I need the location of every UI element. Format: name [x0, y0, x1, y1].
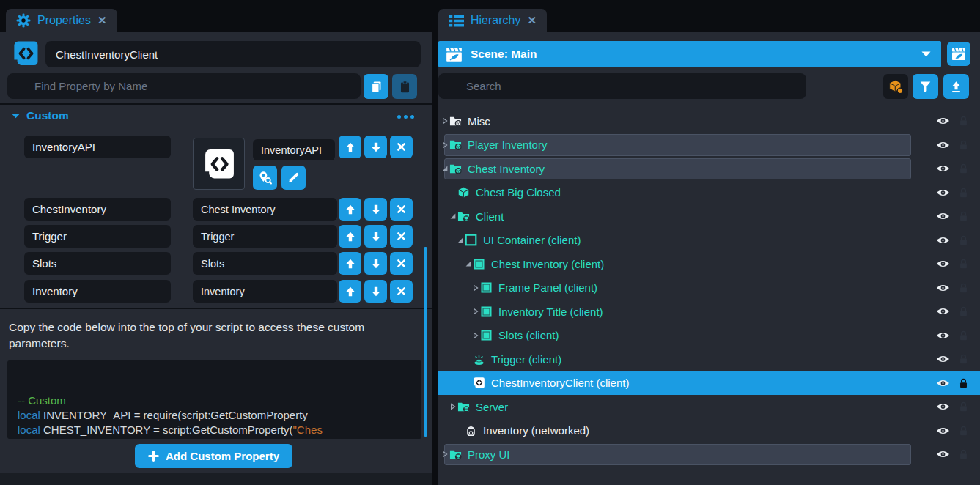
lock-icon[interactable]: [959, 187, 968, 198]
lock-icon[interactable]: [959, 354, 968, 365]
expand-arrow-icon[interactable]: [441, 141, 449, 149]
caret-down-icon[interactable]: [12, 114, 20, 119]
eye-icon[interactable]: [936, 188, 950, 197]
tree-row-chest-big-closed[interactable]: Chest Big Closed: [438, 181, 980, 205]
move-down-button[interactable]: [364, 280, 387, 303]
tree-row-chest-inventory-client[interactable]: Chest Inventory (client): [438, 252, 980, 276]
eye-icon[interactable]: [936, 378, 950, 388]
property-value-field[interactable]: Inventory: [193, 280, 337, 303]
collapse-arrow-icon[interactable]: [449, 212, 457, 220]
lock-icon[interactable]: [959, 163, 968, 174]
mesh-toggle-button[interactable]: [883, 74, 908, 99]
add-custom-property-button[interactable]: Add Custom Property: [135, 444, 292, 468]
tree-row-chestinventoryclient[interactable]: ChestInventoryClient (client): [438, 371, 980, 396]
lock-icon[interactable]: [959, 282, 968, 293]
delete-property-button[interactable]: [390, 252, 413, 275]
expand-arrow-icon[interactable]: [472, 308, 479, 315]
property-value-field[interactable]: Chest Inventory: [193, 198, 337, 221]
eye-icon[interactable]: [936, 402, 950, 412]
tree-row-misc[interactable]: Misc: [438, 109, 980, 133]
eye-icon[interactable]: [936, 426, 950, 435]
lock-icon[interactable]: [959, 139, 968, 150]
move-down-button[interactable]: [364, 252, 387, 275]
delete-property-button[interactable]: [390, 198, 413, 221]
scrollbar[interactable]: [424, 247, 427, 437]
tree-row-frame-panel[interactable]: Frame Panel (client): [438, 276, 980, 300]
eye-icon[interactable]: [936, 355, 950, 364]
find-in-scene-button[interactable]: [253, 166, 277, 190]
property-value-field[interactable]: InventoryAPI: [253, 139, 335, 160]
eye-icon[interactable]: [936, 307, 950, 316]
tree-row-ui-container[interactable]: UI Container (client): [438, 229, 980, 253]
hierarchy-search-input[interactable]: [438, 73, 806, 99]
eye-icon[interactable]: [936, 330, 950, 340]
tree-row-inventory-title[interactable]: Inventory Title (client): [438, 300, 980, 324]
move-down-button[interactable]: [364, 225, 387, 248]
eye-icon[interactable]: [936, 116, 950, 126]
lock-icon[interactable]: [959, 211, 968, 222]
expand-arrow-icon[interactable]: [472, 284, 479, 292]
tree-row-client[interactable]: Client: [438, 204, 980, 229]
tree-row-server[interactable]: Server: [438, 395, 980, 419]
property-name-field[interactable]: ChestInventory: [24, 198, 171, 221]
tree-row-trigger[interactable]: Trigger (client): [438, 347, 980, 371]
expand-arrow-icon[interactable]: [441, 451, 449, 458]
new-scene-button[interactable]: [947, 42, 970, 66]
property-name-field[interactable]: InventoryAPI: [24, 136, 171, 158]
tree-row-player-inventory[interactable]: Player Inventory: [438, 133, 980, 158]
tab-hierarchy[interactable]: Hierarchy ✕: [438, 9, 547, 32]
move-up-button[interactable]: [339, 252, 361, 275]
tree-row-chest-inventory[interactable]: Chest Inventory: [438, 157, 980, 181]
find-property-input[interactable]: [7, 73, 361, 99]
lock-icon[interactable]: [959, 116, 968, 127]
property-value-field[interactable]: Trigger: [193, 225, 337, 248]
move-up-button[interactable]: [339, 225, 361, 248]
lock-icon[interactable]: [959, 306, 968, 317]
lock-icon[interactable]: [959, 425, 968, 436]
delete-property-button[interactable]: [390, 280, 413, 303]
code-snippet[interactable]: -- Custom local INVENTORY_API = require(…: [7, 360, 421, 439]
tree-row-slots[interactable]: Slots (client): [438, 324, 980, 348]
filter-button[interactable]: [913, 74, 938, 99]
lock-icon[interactable]: [959, 234, 968, 245]
eye-icon[interactable]: [936, 259, 950, 269]
paste-properties-button[interactable]: [392, 74, 417, 99]
copy-properties-button[interactable]: [364, 74, 388, 99]
property-name-field[interactable]: Trigger: [24, 225, 171, 248]
eye-icon[interactable]: [936, 283, 950, 292]
expand-arrow-icon[interactable]: [449, 403, 457, 410]
move-up-button[interactable]: [339, 198, 361, 221]
lock-icon[interactable]: [959, 259, 968, 270]
property-value-field[interactable]: Slots: [193, 252, 337, 275]
eye-icon[interactable]: [936, 140, 950, 149]
move-down-button[interactable]: [364, 198, 387, 221]
export-button[interactable]: [943, 74, 969, 99]
collapse-arrow-icon[interactable]: [457, 237, 464, 244]
move-up-button[interactable]: [339, 136, 361, 158]
move-up-button[interactable]: [339, 280, 361, 303]
eye-icon[interactable]: [936, 212, 950, 221]
lock-icon[interactable]: [959, 401, 968, 412]
expand-arrow-icon[interactable]: [441, 117, 449, 125]
lock-icon[interactable]: [959, 377, 968, 388]
delete-property-button[interactable]: [390, 136, 413, 158]
delete-property-button[interactable]: [390, 225, 413, 248]
eye-icon[interactable]: [936, 164, 950, 174]
eye-icon[interactable]: [936, 235, 950, 245]
scene-selector[interactable]: Scene: Main: [438, 41, 941, 67]
expand-arrow-icon[interactable]: [472, 332, 479, 339]
script-name-input[interactable]: [45, 41, 421, 67]
collapse-arrow-icon[interactable]: [441, 165, 449, 172]
ellipsis-icon[interactable]: [397, 115, 414, 119]
edit-script-button[interactable]: [281, 166, 306, 190]
tab-properties[interactable]: Properties ✕: [6, 9, 117, 32]
move-down-button[interactable]: [364, 136, 387, 158]
property-name-field[interactable]: Inventory: [24, 280, 171, 303]
lock-icon[interactable]: [959, 449, 968, 460]
eye-icon[interactable]: [936, 450, 950, 459]
collapse-arrow-icon[interactable]: [465, 260, 472, 267]
lock-icon[interactable]: [959, 330, 968, 341]
property-name-field[interactable]: Slots: [24, 252, 171, 275]
asset-thumbnail[interactable]: [193, 138, 245, 190]
tree-row-inventory-networked[interactable]: Inventory (networked): [438, 419, 980, 443]
